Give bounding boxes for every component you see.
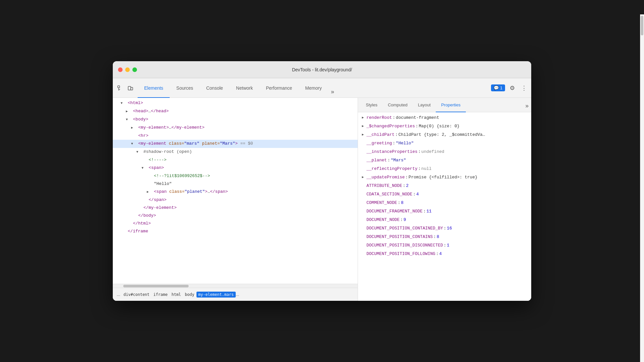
tree-line-head[interactable]: <head>…</head>: [113, 107, 358, 116]
minimize-button[interactable]: [125, 67, 130, 72]
breadcrumb-iframe[interactable]: iframe: [151, 292, 169, 298]
svg-rect-0: [118, 86, 120, 88]
horizontal-scrollbar[interactable]: [113, 284, 358, 288]
svg-rect-3: [128, 86, 131, 90]
comment-badge[interactable]: 💬 1: [491, 84, 505, 91]
prop-updatePromise[interactable]: __updatePromise: Promise {<fulfilled>: t…: [358, 173, 527, 182]
svg-rect-4: [131, 87, 133, 90]
breadcrumb-my-element-mars[interactable]: my-element.mars: [196, 292, 236, 298]
tree-line-close-body[interactable]: </body>: [113, 212, 358, 220]
tree-line-hello[interactable]: "Hello": [113, 180, 358, 188]
tree-line-hr[interactable]: <hr>: [113, 132, 358, 140]
settings-button[interactable]: ⚙: [508, 83, 517, 93]
tree-triangle[interactable]: [142, 165, 146, 172]
tab-network[interactable]: Network: [229, 79, 259, 98]
prop-CDATA_SECTION_NODE[interactable]: CDATA_SECTION_NODE: 4: [358, 190, 527, 199]
dom-tree[interactable]: <html> <head>…</head> <body> <my-element…: [113, 98, 358, 284]
main-tabs-bar: Elements Sources Console Network Perform…: [113, 78, 531, 98]
tree-triangle[interactable]: [131, 140, 136, 148]
tab-elements[interactable]: Elements: [138, 79, 170, 98]
prop-expand-icon[interactable]: [362, 173, 366, 181]
maximize-button[interactable]: [132, 67, 137, 72]
prop-ATTRIBUTE_NODE[interactable]: ATTRIBUTE_NODE: 2: [358, 182, 527, 190]
tree-line-span[interactable]: <span>: [113, 164, 358, 172]
prop-DOCUMENT_NODE[interactable]: DOCUMENT_NODE: 9: [358, 216, 527, 224]
traffic-lights: [118, 67, 137, 72]
devtools-body: Elements Sources Console Network Perform…: [113, 78, 531, 301]
tabs-more-button[interactable]: »: [328, 86, 337, 98]
main-tabs: Elements Sources Console Network Perform…: [138, 78, 337, 98]
tab-console[interactable]: Console: [200, 79, 229, 98]
prop-reflectingProperty[interactable]: __reflectingProperty: null: [358, 165, 527, 173]
prop-renderRoot[interactable]: renderRoot: document-fragment: [358, 114, 527, 122]
left-panel: <html> <head>…</head> <body> <my-element…: [113, 98, 358, 301]
titlebar: DevTools - lit.dev/playground/: [113, 61, 531, 78]
right-sub-tabs-bar: Styles Computed Layout Properties »: [358, 98, 531, 112]
scrollbar-thumb[interactable]: [123, 285, 189, 287]
tab-icons: [115, 83, 135, 93]
tree-line-close-html[interactable]: </html>: [113, 220, 358, 227]
tree-line-span-planet[interactable]: <span class="planet">…</span>: [113, 188, 358, 196]
tree-triangle[interactable]: [126, 108, 130, 115]
breadcrumb-div-content[interactable]: div#content: [122, 292, 151, 298]
breadcrumb-bar: ... div#content iframe html body my-elem…: [113, 288, 358, 301]
tree-line-my-element-selected[interactable]: <my-element class="mars" planet="Mars"> …: [113, 140, 358, 148]
right-panel: Styles Computed Layout Properties »: [358, 98, 531, 301]
tree-line-lit-comment[interactable]: <!--?lit$106992652$-->: [113, 172, 358, 180]
right-tab-layout[interactable]: Layout: [413, 98, 436, 112]
prop-expand-icon[interactable]: [362, 131, 366, 139]
devtools-window: DevTools - lit.dev/playground/: [113, 61, 531, 301]
tree-triangle[interactable]: [121, 100, 125, 107]
prop-DOCUMENT_POSITION_CONTAINS[interactable]: DOCUMENT_POSITION_CONTAINS: 8: [358, 233, 527, 241]
tree-line-shadow-root[interactable]: #shadow-root (open): [113, 148, 358, 156]
prop-planet[interactable]: __planet: "Mars": [358, 156, 527, 165]
tree-triangle[interactable]: [147, 189, 151, 196]
prop-COMMENT_NODE[interactable]: COMMENT_NODE: 8: [358, 199, 527, 207]
tree-line-close-iframe[interactable]: </iframe: [113, 227, 358, 235]
more-options-button[interactable]: ⋮: [519, 83, 529, 93]
prop-changedProperties[interactable]: _$changedProperties: Map(0) {size: 0}: [358, 122, 527, 131]
tabs-right-controls: 💬 1 ⚙ ⋮: [491, 83, 529, 93]
properties-panel[interactable]: renderRoot: document-fragment _$changedP…: [358, 112, 531, 301]
close-button[interactable]: [118, 67, 123, 72]
breadcrumb-more-right[interactable]: ...: [236, 292, 239, 297]
element-picker-button[interactable]: [115, 83, 125, 93]
panels: <html> <head>…</head> <body> <my-element…: [113, 98, 531, 301]
right-tabs-more-button[interactable]: »: [525, 102, 529, 109]
tree-line-body[interactable]: <body>: [113, 116, 358, 124]
tree-triangle[interactable]: [131, 124, 136, 132]
tab-sources[interactable]: Sources: [170, 79, 199, 98]
tree-triangle[interactable]: [126, 116, 130, 123]
prop-expand-icon[interactable]: [362, 122, 366, 130]
right-tab-computed[interactable]: Computed: [382, 98, 413, 112]
breadcrumb-more-left[interactable]: ...: [117, 292, 120, 297]
device-toggle-button[interactable]: [126, 83, 135, 93]
prop-expand-icon[interactable]: [362, 114, 366, 122]
prop-DOCUMENT_FRAGMENT_NODE[interactable]: DOCUMENT_FRAGMENT_NODE: 11: [358, 207, 527, 216]
prop-DOCUMENT_POSITION_FOLLOWING[interactable]: DOCUMENT_POSITION_FOLLOWING: 4: [358, 250, 527, 258]
tab-performance[interactable]: Performance: [259, 79, 298, 98]
tree-line-my-element-1[interactable]: <my-element>…</my-element>: [113, 124, 358, 132]
prop-childPart[interactable]: __childPart: ChildPart {type: 2, _$commi…: [358, 131, 527, 139]
prop-DOCUMENT_POSITION_CONTAINED_BY[interactable]: DOCUMENT_POSITION_CONTAINED_BY: 16: [358, 224, 527, 233]
breadcrumb-body[interactable]: body: [183, 292, 196, 298]
tree-triangle[interactable]: [136, 149, 141, 156]
tree-line-html[interactable]: <html>: [113, 99, 358, 107]
window-title: DevTools - lit.dev/playground/: [292, 67, 352, 72]
tree-line-close-my-element[interactable]: </my-element>: [113, 204, 358, 212]
prop-instanceProperties[interactable]: __instanceProperties: undefined: [358, 148, 527, 156]
prop-greeting[interactable]: __greeting: "Hello": [358, 139, 527, 148]
prop-DOCUMENT_POSITION_DISCONNECTED[interactable]: DOCUMENT_POSITION_DISCONNECTED: 1: [358, 241, 527, 250]
right-tab-styles[interactable]: Styles: [361, 98, 382, 112]
tree-line-close-span[interactable]: </span>: [113, 196, 358, 204]
right-tab-properties[interactable]: Properties: [436, 98, 466, 112]
breadcrumb-html[interactable]: html: [170, 292, 183, 298]
tab-memory[interactable]: Memory: [299, 79, 329, 98]
tree-line-comment-1[interactable]: <!---->: [113, 156, 358, 164]
comment-icon: 💬: [494, 85, 499, 90]
